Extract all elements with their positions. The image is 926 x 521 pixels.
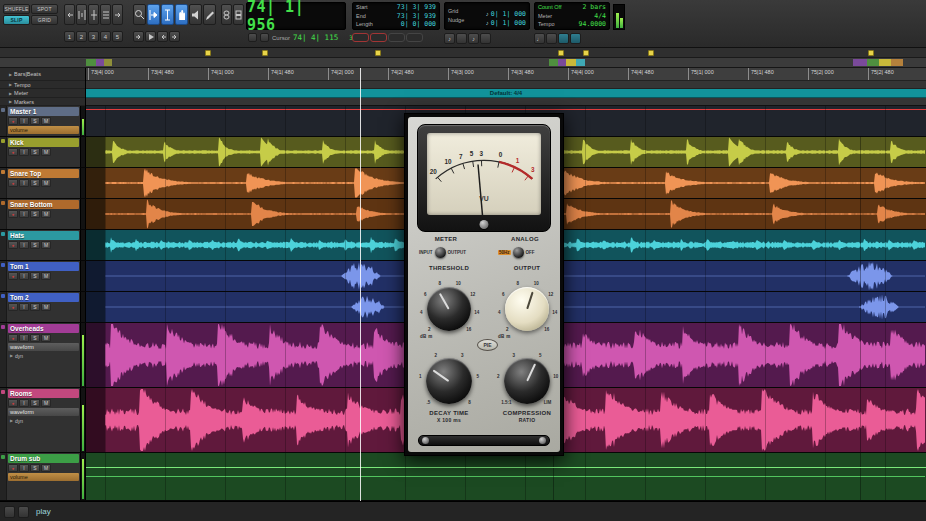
meter-input-output-switch[interactable]: INPUT OUTPUT [419,247,466,258]
input-button[interactable]: I [19,272,29,280]
input-button[interactable]: I [19,179,29,187]
record-button[interactable]: ● [8,148,18,156]
zoom-vertical-midi-button[interactable] [100,4,111,25]
mute-button[interactable]: M [41,464,51,472]
ruler-name-tempo[interactable]: ▶Tempo [0,81,85,89]
metronome-button[interactable]: ♩ [534,33,545,44]
selection-length-value[interactable]: 0| 0| 000 [401,20,436,28]
track-sub-lane-dyn[interactable]: ▶dyn [8,352,79,359]
markers-strip[interactable] [0,48,926,58]
transport-option-button[interactable] [388,33,405,42]
play-selection-button[interactable] [145,31,156,42]
record-button[interactable]: ● [8,241,18,249]
scrubber-tool-button[interactable] [189,4,202,25]
track-name-drum-sub[interactable]: Drum sub [8,454,79,463]
record-button[interactable]: ● [8,334,18,342]
input-button[interactable]: I [19,117,29,125]
record-button[interactable]: ● [8,272,18,280]
threshold-knob[interactable] [427,287,471,331]
track-name-tom-1[interactable]: Tom 1 [8,262,79,271]
edit-mode-shuffle[interactable]: SHUFFLE [3,4,30,14]
edit-selection-left-button[interactable] [157,31,168,42]
record-button[interactable]: ● [8,117,18,125]
track-view-selector[interactable]: waveform [8,408,79,416]
input-button[interactable]: I [19,241,29,249]
edit-selection-right-button[interactable] [169,31,180,42]
tab-transient-button[interactable] [133,31,144,42]
solo-button[interactable]: S [30,399,40,407]
input-button[interactable]: I [19,210,29,218]
track-name-tom-2[interactable]: Tom 2 [8,293,79,302]
marker-tab[interactable] [205,50,211,56]
input-button[interactable]: I [19,148,29,156]
ruler-name-markers[interactable]: ▶Markers [0,98,85,106]
track-name-overheads[interactable]: Overheads [8,324,79,333]
grid-option-button[interactable]: ♪ [444,33,455,44]
compression-ratio-knob[interactable] [504,358,550,404]
markers-ruler[interactable] [86,98,926,106]
trim-tool-button[interactable] [147,4,160,25]
marker-tab[interactable] [583,50,589,56]
mute-button[interactable]: M [41,303,51,311]
record-button[interactable]: ● [8,179,18,187]
ruler-name-bars-beats[interactable]: ▶Bars|Beats [0,68,85,81]
selection-end-value[interactable]: 73| 3| 939 [397,12,436,20]
tempo-ruler[interactable] [86,81,926,89]
edit-mode-spot[interactable]: SPOT [31,4,58,14]
marker-tab[interactable] [868,50,874,56]
selector-tool-button[interactable] [161,4,174,25]
counter-down-button[interactable] [260,33,269,42]
mute-button[interactable]: M [41,179,51,187]
mute-button[interactable]: M [41,210,51,218]
zoom-vertical-audio-button[interactable] [88,4,99,25]
track-name-kick[interactable]: Kick [8,138,79,147]
solo-button[interactable]: S [30,210,40,218]
track-name-master-1[interactable]: Master 1 [8,107,79,116]
track-name-rooms[interactable]: Rooms [8,389,79,398]
zoom-preset-5[interactable]: 5 [112,31,123,42]
marker-tab[interactable] [262,50,268,56]
solo-button[interactable]: S [30,148,40,156]
zoom-preset-4[interactable]: 4 [100,31,111,42]
zoom-in-button[interactable] [112,4,123,25]
meter-default-event[interactable]: Default: 4/4 [490,90,522,96]
edit-mode-grid[interactable]: GRID [31,15,58,25]
count-off-value[interactable]: 2 bars [583,3,606,11]
nudge-option-button[interactable]: ♪ [468,33,479,44]
track-list-toggle-button[interactable] [4,506,15,518]
solo-button[interactable]: S [30,117,40,125]
playhead-cursor[interactable] [360,68,361,501]
mute-button[interactable]: M [41,241,51,249]
track-sub-lane-dyn[interactable]: ▶dyn [8,417,79,424]
switch-knob-icon[interactable] [435,247,446,258]
record-button[interactable]: ● [8,464,18,472]
mute-button[interactable]: M [41,334,51,342]
decay-time-knob[interactable] [426,358,472,404]
track-name-snare-bottom[interactable]: Snare Bottom [8,200,79,209]
track-view-selector[interactable]: waveform [8,343,79,351]
track-name-hats[interactable]: Hats [8,231,79,240]
midi-merge-button[interactable] [558,33,569,44]
marker-tab[interactable] [375,50,381,56]
track-lane-drum-sub[interactable] [86,453,926,500]
zoom-preset-1[interactable]: 1 [64,31,75,42]
record-button[interactable]: ● [8,303,18,311]
input-button[interactable]: I [19,464,29,472]
pre-roll-button[interactable] [352,33,369,42]
universe-overview-strip[interactable] [0,58,926,68]
zoom-preset-2[interactable]: 2 [76,31,87,42]
marker-tab[interactable] [648,50,654,56]
main-counter[interactable]: 74| 1| 956 [246,2,346,30]
hpf-switch[interactable]: 50Hz OFF [498,247,535,258]
input-button[interactable]: I [19,303,29,311]
meter-value[interactable]: 4/4 [594,12,606,20]
zoom-horizontal-button[interactable] [76,4,87,25]
mute-button[interactable]: M [41,148,51,156]
counter-up-button[interactable] [248,33,257,42]
nudge-value[interactable]: 0| 1| 000 [491,19,526,27]
mute-button[interactable]: M [41,399,51,407]
audio-region[interactable] [86,453,926,500]
meter-ruler[interactable]: Default: 4/4 [86,89,926,98]
ruler-name-meter[interactable]: ▶Meter [0,89,85,98]
track-view-selector[interactable]: volume [8,126,79,134]
